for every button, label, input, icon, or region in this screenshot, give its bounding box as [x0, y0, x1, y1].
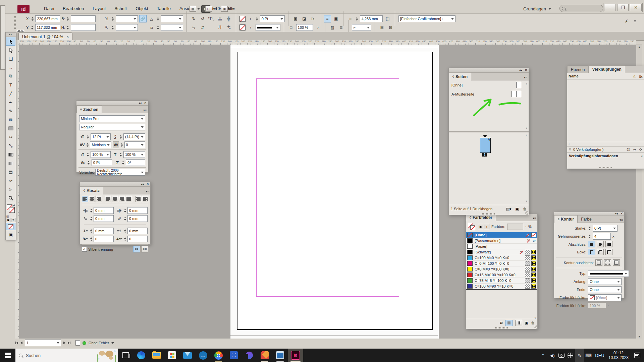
swatch-row[interactable]: C=100 M=0 Y=0 K=0 [466, 255, 537, 261]
hand-tool[interactable]: ☞ [6, 185, 15, 194]
projecting-cap-button[interactable] [605, 241, 612, 247]
collapse-icon[interactable]: ◂◂ [138, 101, 141, 105]
collapse-icon[interactable]: ◂◂ [141, 182, 144, 186]
update-link-icon[interactable]: ⟳ [639, 147, 642, 152]
shear-angle-icon[interactable]: ⧄ [148, 24, 155, 31]
clear-style-icon[interactable]: ⊟ [387, 24, 394, 31]
start-dropdown[interactable]: Ohne [588, 278, 622, 285]
page-number-dropdown[interactable]: 1 [25, 340, 61, 346]
close-icon[interactable]: ✕ [144, 101, 147, 105]
screen-mode-button[interactable]: ▣ [6, 231, 15, 238]
space-after-field[interactable]: 0 mm [127, 228, 148, 234]
scale-y-stepper[interactable] [111, 24, 114, 31]
space-before-stepper[interactable] [90, 228, 93, 234]
fill-stroke-proxy[interactable]: ⇄ ◱ [6, 204, 15, 217]
scroll-down-icon[interactable]: ∨ [525, 126, 528, 129]
select-content-icon[interactable]: ⼶ [216, 24, 224, 31]
tint-field[interactable] [507, 224, 523, 230]
tab-seiten[interactable]: ◊Seiten [449, 73, 471, 80]
select-container-icon[interactable]: ⌜P⌟ [208, 15, 215, 22]
opacity-icon[interactable]: □ [287, 24, 295, 31]
close-tab-icon[interactable]: × [66, 35, 69, 39]
swatch-row[interactable]: [Ohne]✎ [466, 232, 537, 238]
chevron-down-icon[interactable] [111, 342, 114, 344]
close-button[interactable]: ✕ [630, 4, 642, 11]
links-name-header[interactable]: Name [569, 74, 579, 78]
align-away-spine-button[interactable] [142, 196, 148, 202]
master-row-a-musterseite[interactable]: A-Musterseite [449, 89, 529, 99]
page-1[interactable] [237, 52, 433, 330]
formatting-text-button[interactable]: T [484, 224, 489, 229]
text-icon[interactable]: T [11, 218, 15, 222]
language-dropdown[interactable]: Deutsch: 2006 Rechtschreibrefc [95, 169, 145, 176]
tracking-stepper[interactable] [120, 142, 123, 148]
free-transform-tool[interactable]: ⤡ [6, 141, 15, 150]
stroke-weight-dropdown[interactable]: 0 Pt [593, 225, 618, 232]
openoffice-icon[interactable]: ﹏ [195, 349, 211, 362]
scale-x-icon[interactable]: ⇲ [103, 15, 110, 22]
goto-link-icon[interactable]: ➦ [633, 147, 636, 152]
tab-ebenen[interactable]: Ebenen [567, 66, 588, 73]
last-page-button[interactable] [68, 342, 70, 344]
miter-join-button[interactable] [588, 249, 595, 255]
panel-resize-grip[interactable] [495, 327, 508, 328]
affinity-publisher-icon[interactable] [257, 349, 272, 362]
arrange-documents-dropdown[interactable]: ▣ [221, 5, 231, 12]
frame-tool[interactable]: ⊠ [6, 115, 15, 124]
scroll-down-icon[interactable]: ▼ [638, 335, 641, 338]
file-explorer-icon[interactable] [149, 349, 164, 362]
indent-right-field[interactable]: 0 mm [127, 207, 148, 214]
height-stepper[interactable] [66, 24, 69, 31]
minimize-button[interactable]: – [604, 4, 616, 11]
system-info-app-icon[interactable] [272, 349, 288, 362]
align-outside-button[interactable] [613, 259, 620, 266]
panel-drag-bar[interactable]: ◂◂✕ [449, 68, 529, 73]
workspace-switcher[interactable]: Grundlagen [523, 5, 551, 12]
preflight-menu-icon[interactable] [75, 340, 80, 346]
zoom-tool[interactable] [6, 194, 15, 202]
swatch-row[interactable]: [Passermarken]✎⊕ [466, 238, 537, 244]
baseline-shift-stepper[interactable] [87, 160, 90, 166]
first-page-button[interactable] [15, 342, 18, 344]
menu-schrift[interactable]: Schrift [110, 5, 131, 13]
indent-right-stepper[interactable] [123, 207, 126, 214]
direct-selection-tool[interactable] [6, 46, 15, 54]
scale-y-icon[interactable]: ⇱ [103, 24, 110, 31]
line-tool[interactable]: ╱ [6, 89, 15, 98]
height-field[interactable] [71, 24, 96, 31]
shear-stepper[interactable] [157, 24, 160, 31]
fx-icon[interactable]: fx [309, 15, 317, 22]
tracking-dropdown[interactable]: 0 [124, 141, 146, 148]
tab-kontur[interactable]: ◊Kontur [554, 215, 578, 223]
swatch-row[interactable]: C=100 M=90 Y=10 K=0 [466, 284, 537, 289]
collapse-section-icon[interactable]: ◂ [641, 154, 642, 158]
bevel-join-button[interactable] [605, 249, 612, 255]
links-list-empty[interactable] [567, 79, 644, 142]
align-left-button[interactable] [82, 196, 88, 202]
font-style-dropdown[interactable]: Regular [79, 124, 145, 130]
panel-drag-bar[interactable]: ◂◂✕ [76, 101, 148, 106]
horizontal-scale-dropdown[interactable]: 100 % [123, 151, 145, 158]
collapse-icon[interactable]: ◂◂ [614, 212, 618, 215]
leading-dropdown[interactable]: (14,4 Pt) [123, 133, 145, 140]
start-button[interactable] [0, 349, 15, 362]
taskbar-search[interactable]: Suchen [15, 349, 118, 362]
baseline-shift-field[interactable]: 0 Pt [92, 159, 112, 166]
office365-icon[interactable] [241, 349, 257, 362]
new-page-icon[interactable]: ▣ [516, 207, 519, 211]
panel-menu-icon[interactable]: ≡ [634, 19, 636, 23]
skew-stepper[interactable] [121, 160, 124, 166]
pencil-tool[interactable]: ✎ [6, 107, 15, 115]
panel-resize-corner[interactable] [525, 211, 528, 215]
indent-left-field[interactable]: 0 mm [94, 207, 114, 214]
tab-farbe[interactable]: Farbe [578, 216, 595, 223]
mail-icon[interactable] [180, 349, 195, 362]
close-icon[interactable]: ✕ [146, 182, 149, 186]
justify-last-center-button[interactable] [112, 196, 118, 202]
stroke-expand-icon[interactable]: › [247, 15, 254, 22]
object-style-dropdown[interactable]: [Einfacher Grafikrahmen]+ [398, 15, 455, 22]
stroke-type-dropdown[interactable] [588, 270, 629, 277]
next-page-button[interactable] [63, 342, 65, 344]
delete-page-icon[interactable]: 🗑 [523, 207, 527, 211]
panel-menu-icon[interactable]: ▾≡ [524, 76, 527, 79]
